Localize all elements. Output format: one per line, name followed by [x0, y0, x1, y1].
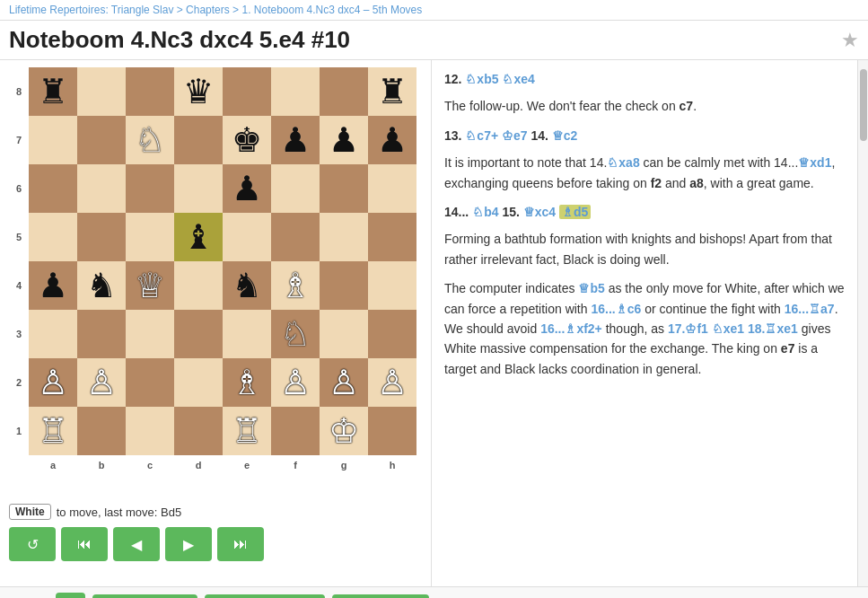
- sq-a8[interactable]: ♜: [29, 67, 77, 116]
- sq-g5[interactable]: [320, 213, 368, 261]
- sq-g7[interactable]: ♟: [320, 116, 368, 164]
- sq-g4[interactable]: [320, 261, 368, 310]
- sq-f8[interactable]: [271, 67, 320, 116]
- move12-annotation: The follow-up. We don't fear the check o…: [444, 96, 845, 116]
- move15-a[interactable]: ♕xc4: [523, 205, 556, 219]
- move15-b[interactable]: ♗d5: [559, 205, 591, 219]
- sq-f7[interactable]: ♟: [271, 116, 320, 164]
- board-section: 8 ♜ ♛ ♜ 7 ♘ ♚ ♟ ♟ ♟ 6 ♟: [0, 60, 431, 586]
- sq-h2[interactable]: ♙: [368, 358, 416, 407]
- sq-e2[interactable]: ♗: [223, 358, 271, 407]
- sq-a1[interactable]: ♖: [29, 407, 77, 455]
- sq-e4[interactable]: ♞: [223, 261, 271, 310]
- sq-a7[interactable]: [29, 116, 77, 164]
- sq-c4[interactable]: ♕: [126, 261, 174, 310]
- sq-g8[interactable]: [320, 67, 368, 116]
- sq-g6[interactable]: [320, 164, 368, 213]
- sq-d5[interactable]: ♝: [174, 213, 223, 261]
- sq-e3[interactable]: [223, 310, 271, 358]
- scrollbar-area[interactable]: [857, 60, 868, 586]
- sq-d3[interactable]: [174, 310, 223, 358]
- sq-c5[interactable]: [126, 213, 174, 261]
- sq-f3[interactable]: ♘: [271, 310, 320, 358]
- inline-move-xa8[interactable]: ♘xa8: [607, 155, 639, 170]
- inline-move-nxe1[interactable]: ♘xe1: [712, 321, 744, 336]
- inline-move-kf1[interactable]: 17.♔f1: [668, 321, 708, 336]
- moves-content: 12. ♘xb5 ♘xe4 The follow-up. We don't fe…: [432, 60, 857, 586]
- sq-h5[interactable]: [368, 213, 416, 261]
- sq-c2[interactable]: [126, 358, 174, 407]
- move14b-a[interactable]: ♘b4: [472, 205, 498, 219]
- sq-e1[interactable]: ♖: [223, 407, 271, 455]
- sq-f6[interactable]: [271, 164, 320, 213]
- sq-a5[interactable]: [29, 213, 77, 261]
- sq-a6[interactable]: [29, 164, 77, 213]
- sq-d1[interactable]: [174, 407, 223, 455]
- inline-move-bc6[interactable]: 16...♗c6: [591, 302, 641, 316]
- sq-c8[interactable]: [126, 67, 174, 116]
- sq-f5[interactable]: [271, 213, 320, 261]
- sq-d8[interactable]: ♛: [174, 67, 223, 116]
- sq-a4[interactable]: ♟: [29, 261, 77, 310]
- sq-f4[interactable]: ♗: [271, 261, 320, 310]
- next-button[interactable]: ▶: [165, 527, 212, 561]
- sq-b5[interactable]: [77, 213, 126, 261]
- sq-h7[interactable]: ♟: [368, 116, 416, 164]
- right-panel: 12. ♘xb5 ♘xe4 The follow-up. We don't fe…: [431, 60, 868, 586]
- sq-g3[interactable]: [320, 310, 368, 358]
- sq-f2[interactable]: ♙: [271, 358, 320, 407]
- sq-e5[interactable]: [223, 213, 271, 261]
- sq-g1[interactable]: ♔: [320, 407, 368, 455]
- see-in-chapter-button[interactable]: See in chapter: [92, 594, 197, 598]
- sq-b4[interactable]: ♞: [77, 261, 126, 310]
- restart-button[interactable]: ↺: [9, 527, 56, 561]
- prev-button[interactable]: ◀: [113, 527, 160, 561]
- sq-f1[interactable]: [271, 407, 320, 455]
- sq-c7[interactable]: ♘: [126, 116, 174, 164]
- sq-c6[interactable]: [126, 164, 174, 213]
- sq-e6[interactable]: ♟: [223, 164, 271, 213]
- sq-e8[interactable]: [223, 67, 271, 116]
- sq-c1[interactable]: [126, 407, 174, 455]
- sq-h4[interactable]: [368, 261, 416, 310]
- inline-move-ra7[interactable]: 16...♖a7: [785, 302, 835, 316]
- move13-b[interactable]: ♔e7: [502, 128, 528, 143]
- sq-b6[interactable]: [77, 164, 126, 213]
- move12-b[interactable]: ♘xe4: [502, 72, 534, 86]
- sq-d7[interactable]: [174, 116, 223, 164]
- sq-b3[interactable]: [77, 310, 126, 358]
- inline-move-qb5[interactable]: ♕b5: [578, 281, 604, 295]
- start-button[interactable]: ⏮: [61, 527, 108, 561]
- file-c-label: c: [126, 455, 174, 475]
- star-icon[interactable]: ★: [841, 29, 859, 52]
- sq-b8[interactable]: [77, 67, 126, 116]
- scrollbar-thumb[interactable]: [860, 69, 867, 141]
- chess-board[interactable]: 8 ♜ ♛ ♜ 7 ♘ ♚ ♟ ♟ ♟ 6 ♟: [9, 67, 422, 500]
- end-button[interactable]: ⏭: [217, 527, 264, 561]
- move13-a[interactable]: ♘c7+: [465, 128, 498, 143]
- sq-b1[interactable]: [77, 407, 126, 455]
- sq-a3[interactable]: [29, 310, 77, 358]
- inline-move-rxe1[interactable]: 18.♖xe1: [748, 321, 798, 336]
- move12-a[interactable]: ♘xb5: [465, 72, 498, 86]
- sq-d2[interactable]: [174, 358, 223, 407]
- puzzle-icon-button[interactable]: ⊞: [56, 593, 85, 598]
- sq-d6[interactable]: [174, 164, 223, 213]
- next-page-button[interactable]: Next Page ⊕: [332, 594, 429, 598]
- sq-g2[interactable]: ♙: [320, 358, 368, 407]
- status-text: to move, last move: Bd5: [57, 506, 181, 519]
- sq-b2[interactable]: ♙: [77, 358, 126, 407]
- sq-h6[interactable]: [368, 164, 416, 213]
- inline-move-xd1[interactable]: ♕xd1: [798, 155, 831, 170]
- sq-a2[interactable]: ♙: [29, 358, 77, 407]
- sq-h1[interactable]: [368, 407, 416, 455]
- sq-b7[interactable]: [77, 116, 126, 164]
- sq-h8[interactable]: ♜: [368, 67, 416, 116]
- previous-page-button[interactable]: ⊕ Previous Page: [205, 594, 326, 598]
- inline-move-bxf2[interactable]: 16...♗xf2+: [540, 321, 602, 336]
- sq-e7[interactable]: ♚: [223, 116, 271, 164]
- sq-c3[interactable]: [126, 310, 174, 358]
- move14-a[interactable]: ♕c2: [552, 128, 578, 143]
- sq-h3[interactable]: [368, 310, 416, 358]
- sq-d4[interactable]: [174, 261, 223, 310]
